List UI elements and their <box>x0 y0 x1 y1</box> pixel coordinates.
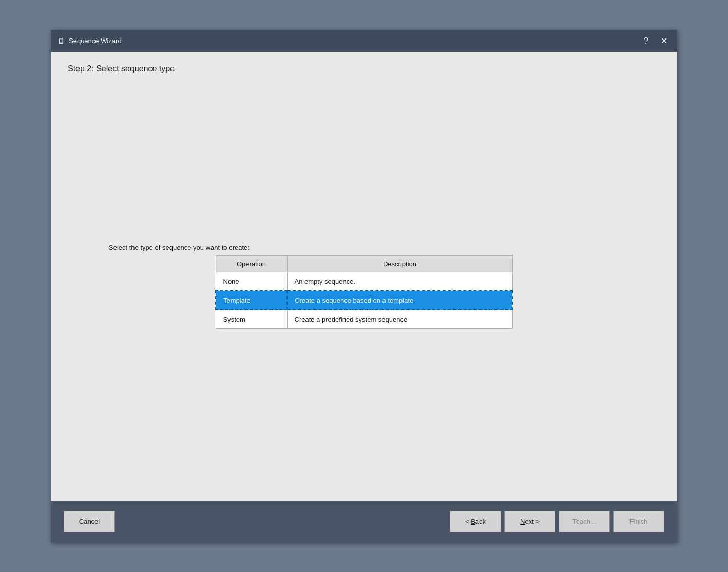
teach-button[interactable]: Teach... <box>559 511 610 532</box>
row-operation-system: System <box>216 310 287 329</box>
column-header-description: Description <box>287 255 512 272</box>
sequence-type-table: Operation Description None An empty sequ… <box>215 255 513 329</box>
footer: Cancel < Back Next > Teach... Finish <box>51 501 677 542</box>
help-button[interactable]: ? <box>641 36 652 46</box>
finish-button[interactable]: Finish <box>613 511 664 532</box>
next-button[interactable]: Next > <box>504 511 555 532</box>
table-row[interactable]: None An empty sequence. <box>216 272 512 291</box>
row-description-template: Create a sequence based on a template <box>287 291 512 310</box>
row-description-system: Create a predefined system sequence <box>287 310 512 329</box>
table-header-row: Operation Description <box>216 255 512 272</box>
cancel-button[interactable]: Cancel <box>64 511 115 532</box>
back-button[interactable]: < Back <box>450 511 501 532</box>
step-title: Step 2: Select sequence type <box>68 64 660 73</box>
table-row[interactable]: System Create a predefined system sequen… <box>216 310 512 329</box>
content-area: Step 2: Select sequence type Select the … <box>51 52 677 501</box>
close-button[interactable]: ✕ <box>658 36 670 46</box>
dialog-window: 🖥 Sequence Wizard ? ✕ Step 2: Select seq… <box>51 30 677 543</box>
row-operation-none: None <box>216 272 287 291</box>
row-description-none: An empty sequence. <box>287 272 512 291</box>
column-header-operation: Operation <box>216 255 287 272</box>
window-icon: 🖥 <box>58 37 65 45</box>
title-bar: 🖥 Sequence Wizard ? ✕ <box>51 30 677 52</box>
title-bar-controls: ? ✕ <box>641 36 670 46</box>
window-title: Sequence Wizard <box>69 37 641 45</box>
instruction-text: Select the type of sequence you want to … <box>109 244 250 251</box>
footer-btn-group: < Back Next > Teach... Finish <box>450 511 664 532</box>
table-row[interactable]: Template Create a sequence based on a te… <box>216 291 512 310</box>
main-content: Select the type of sequence you want to … <box>68 84 660 489</box>
row-operation-template: Template <box>216 291 287 310</box>
